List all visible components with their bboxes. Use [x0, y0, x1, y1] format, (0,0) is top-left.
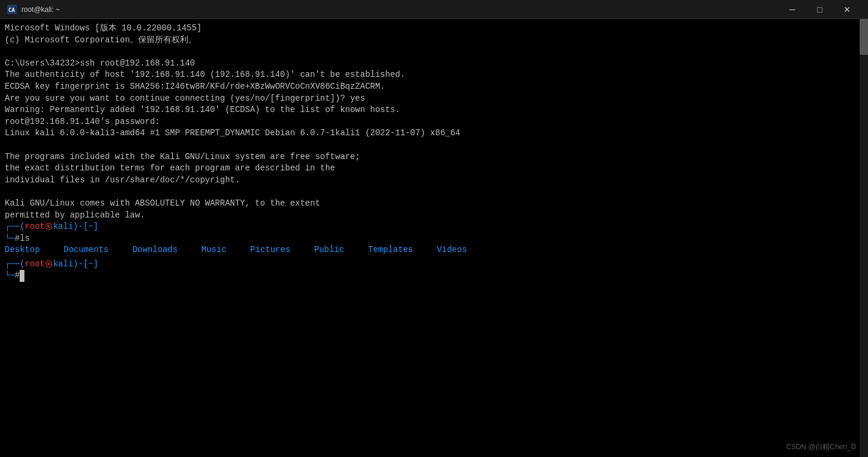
prompt-close-1: ] [93, 221, 98, 233]
empty-1 [5, 46, 863, 58]
prompt-close-2: ] [93, 259, 98, 271]
ls-item-templates: Templates [368, 244, 413, 256]
empty-2 [5, 139, 863, 151]
ls-item-public: Public [314, 244, 344, 256]
prompt-tilde-2: ~ [88, 259, 93, 271]
prompt-host-2: kali [53, 259, 73, 271]
svg-text:CA: CA [8, 7, 15, 13]
empty-3 [5, 186, 863, 198]
line-14: permitted by applicable law. [5, 210, 863, 222]
line-6: Are you sure you want to continue connec… [5, 93, 863, 105]
ls-item-music: Music [201, 244, 226, 256]
cmd-ls: ls [20, 233, 30, 245]
prompt-user-1: root㉿ [25, 221, 54, 233]
close-button[interactable]: ✕ [833, 0, 861, 19]
line-11: the exact distribution terms for each pr… [5, 163, 863, 175]
line-2: (c) Microsoft Corporation。保留所有权利。 [5, 35, 863, 46]
cursor [20, 270, 24, 282]
minimize-button[interactable]: ─ [779, 0, 806, 19]
window-controls: ─ □ ✕ [779, 0, 861, 19]
line-7: Warning: Permanently added '192.168.91.1… [5, 104, 863, 116]
watermark: CSDN @白帽Chen_D [786, 442, 856, 452]
prompt-corner-2: ┌──( [5, 259, 25, 271]
line-13: Kali GNU/Linux comes with ABSOLUTELY NO … [5, 198, 863, 210]
prompt-cmd-line-2: └─# [5, 270, 863, 282]
prompt-cmd-line-1: └─# ls [5, 233, 863, 245]
scrollbar-thumb[interactable] [860, 19, 868, 55]
prompt-bracket-1: )-[ [73, 221, 88, 233]
prompt-hash-2: # [15, 270, 20, 282]
line-8: root@192.168.91.140's password: [5, 116, 863, 128]
line-4: The authenticity of host '192.168.91.140… [5, 69, 863, 81]
title-bar: CA root@kali: ~ ─ □ ✕ [0, 0, 868, 19]
ls-item-downloads: Downloads [132, 244, 178, 256]
prompt-hash-1: # [15, 233, 20, 245]
title-bar-left: CA root@kali: ~ [7, 5, 60, 14]
line-9: Linux kali 6.0.0-kali3-amd64 #1 SMP PREE… [5, 128, 863, 139]
terminal-window: CA root@kali: ~ ─ □ ✕ Microsoft Windows … [0, 0, 868, 457]
prompt-pipe-2: └─ [5, 270, 15, 282]
prompt-host-1: kali [53, 221, 73, 233]
ls-item-desktop: Desktop [5, 244, 40, 256]
maximize-button[interactable]: □ [806, 0, 833, 19]
prompt-pipe-1: └─ [5, 233, 15, 245]
line-12: individual files in /usr/share/doc/*/cop… [5, 175, 863, 186]
line-10: The programs included with the Kali GNU/… [5, 151, 863, 163]
prompt-bracket-2: )-[ [73, 259, 88, 271]
line-5: ECDSA key fingerprint is SHA256:I246tw8R… [5, 81, 863, 93]
terminal-body[interactable]: Microsoft Windows [版本 10.0.22000.1455] (… [0, 19, 868, 457]
prompt-line-2: ┌──(root㉿ kali)-[~] [5, 259, 863, 271]
ls-output: Desktop Documents Downloads Music Pictur… [5, 244, 863, 256]
prompt-corner-1: ┌──( [5, 221, 25, 233]
terminal-icon: CA [7, 5, 17, 14]
scrollbar[interactable] [860, 19, 868, 457]
prompt-line-1: ┌──(root㉿ kali)-[~] [5, 221, 863, 233]
ls-item-documents: Documents [64, 244, 109, 256]
ls-item-pictures: Pictures [250, 244, 290, 256]
window-title: root@kali: ~ [21, 5, 60, 14]
ls-item-videos: Videos [437, 244, 466, 256]
prompt-user-2: root㉿ [25, 259, 54, 271]
line-3: C:\Users\34232>ssh root@192.168.91.140 [5, 58, 863, 70]
terminal-content: Microsoft Windows [版本 10.0.22000.1455] (… [5, 23, 863, 282]
prompt-tilde-1: ~ [88, 221, 93, 233]
line-1: Microsoft Windows [版本 10.0.22000.1455] [5, 23, 863, 35]
